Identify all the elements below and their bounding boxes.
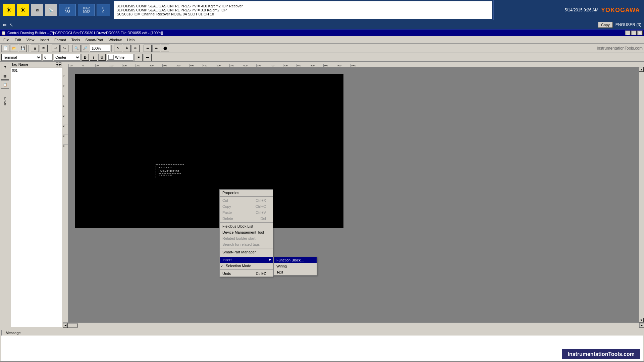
ctx-delete[interactable]: Delete Del <box>220 216 273 222</box>
canvas-element[interactable]: × × × × × × %%I11FI1101 × × × × × × <box>156 164 184 178</box>
redo-btn[interactable]: ↪ <box>60 45 68 52</box>
vtick-50: 5 <box>63 84 68 94</box>
color-extra-btn[interactable]: ▬ <box>144 54 152 61</box>
maximize-button[interactable]: □ <box>631 31 637 35</box>
color-picker[interactable]: White <box>107 54 133 61</box>
ctx-smart-part[interactable]: Smart-Part Manager <box>220 249 273 255</box>
ctx-fieldbus[interactable]: Fieldbus Block List <box>220 223 273 229</box>
menu-help[interactable]: Help <box>124 37 138 43</box>
ctx-sep5 <box>220 269 273 270</box>
menu-view[interactable]: View <box>24 37 37 43</box>
align-right-btn[interactable]: ➡ <box>152 45 160 52</box>
vtick-0: 0 <box>63 74 68 84</box>
sep4 <box>111 45 113 52</box>
scroll-track[interactable] <box>639 72 644 318</box>
color-bg-btn[interactable]: ■ <box>135 54 143 61</box>
instrumentation-tools-badge: InstrumentationTools.com <box>562 349 640 359</box>
zoom-out-btn[interactable]: 🔍 <box>72 45 80 52</box>
zoom-in-btn[interactable]: 🔎 <box>81 45 89 52</box>
undo-btn[interactable]: ↩ <box>52 45 60 52</box>
side-icon-2[interactable]: ▦ <box>1 72 9 80</box>
align-select[interactable]: Center <box>54 54 80 61</box>
format-bar: Terminal Center B I U White ■ ▬ <box>0 53 644 62</box>
menu-bar: File Edit View Insert Format Tools Smart… <box>0 36 644 44</box>
save-button[interactable]: 💾 <box>19 45 27 52</box>
ctx-search-tags[interactable]: Search for related tags <box>220 241 273 247</box>
preview-button[interactable]: 👁 <box>40 45 48 52</box>
draw-btn[interactable]: ✏ <box>131 45 140 52</box>
menu-tools[interactable]: Tools <box>69 37 83 43</box>
ctx-wiring[interactable]: Wiring <box>274 263 317 269</box>
ctx-function-block[interactable]: Function Block... <box>274 257 317 263</box>
ctx-cut[interactable]: Cut Ctrl+X <box>220 197 273 203</box>
arrow-left[interactable]: ◀ <box>56 62 58 66</box>
side-icon-1[interactable]: ⬆ <box>1 63 9 71</box>
vertical-scrollbar[interactable]: ▲ ▼ <box>639 67 644 322</box>
sun-icon2: ☀ <box>17 4 29 16</box>
scroll-down-btn[interactable]: ▼ <box>639 318 644 322</box>
print-button[interactable]: 🖨 <box>31 45 39 52</box>
tick-550: 550 <box>229 64 243 67</box>
new-button[interactable]: 📄 <box>1 45 9 52</box>
minimize-button[interactable]: _ <box>625 31 631 35</box>
tick-250: 250 <box>149 64 162 67</box>
side-icon-panel: ⬆ ▦ 📋 NAME <box>0 62 10 328</box>
text-btn[interactable]: A <box>123 45 131 52</box>
scroll-up-btn[interactable]: ▲ <box>639 67 644 72</box>
arrow-right[interactable]: ▶ <box>59 62 61 66</box>
right-actions: Copy ENGUSER (3) <box>598 22 641 28</box>
ctx-sep4 <box>220 256 273 256</box>
tick-150: 150 <box>122 64 136 67</box>
ctx-properties[interactable]: Properties <box>220 190 273 196</box>
menu-format[interactable]: Format <box>52 37 69 43</box>
tick-950: 950 <box>337 64 350 67</box>
bold-button[interactable]: B <box>82 54 89 61</box>
align-center-btn[interactable]: ⬤ <box>161 45 169 52</box>
stat-1: 938 938 <box>59 4 76 16</box>
ctx-insert[interactable]: Insert ▶ Function Block... Wiring Text <box>220 257 273 263</box>
copy-button[interactable]: Copy <box>598 22 613 28</box>
tick-500: 500 <box>216 64 229 67</box>
tick--50: -50 <box>68 64 82 67</box>
drawing-canvas[interactable]: × × × × × × %%I11FI1101 × × × × × × Prop… <box>75 74 343 228</box>
font-size-input[interactable] <box>43 54 53 61</box>
ctx-sep2 <box>220 222 273 223</box>
title-bar-controls[interactable]: _ □ ✕ <box>625 31 643 35</box>
underline-button[interactable]: U <box>98 54 106 61</box>
font-select[interactable]: Terminal <box>1 54 42 61</box>
menu-insert[interactable]: Insert <box>37 37 52 43</box>
ctx-selection-mode[interactable]: ✓ Selection Mode <box>220 263 273 269</box>
message-area: Message InstrumentationTools.com <box>0 328 644 361</box>
tick-600: 600 <box>243 64 256 67</box>
insert-submenu: Function Block... Wiring Text <box>273 257 317 276</box>
scroll-thumb[interactable] <box>68 323 78 327</box>
open-button[interactable]: 📂 <box>10 45 18 52</box>
close-button[interactable]: ✕ <box>637 31 643 35</box>
ctx-undo[interactable]: Undo Ctrl+Z <box>220 270 273 277</box>
menu-window[interactable]: Window <box>106 37 124 43</box>
ctx-related[interactable]: Related builder start <box>220 235 273 241</box>
ctx-delete-shortcut: Del <box>260 217 266 221</box>
canvas-scroll[interactable]: × × × × × × %%I11FI1101 × × × × × × Prop… <box>68 67 639 322</box>
scroll-left-btn[interactable]: ◀ <box>63 323 68 328</box>
tick-1000: 1000 <box>350 64 364 67</box>
ctx-paste[interactable]: Paste Ctrl+V <box>220 209 273 216</box>
select-btn[interactable]: ↖ <box>114 45 122 52</box>
zoom-input[interactable]: 100% <box>90 45 110 52</box>
horizontal-scrollbar[interactable]: ◀ ▶ <box>63 322 644 328</box>
ctx-copy[interactable]: Copy Ctrl+C <box>220 203 273 209</box>
menu-edit[interactable]: Edit <box>12 37 24 43</box>
tick-450: 450 <box>203 64 216 67</box>
ctx-text[interactable]: Text <box>274 269 317 275</box>
ctx-device-mgmt[interactable]: Device Management Tool <box>220 229 273 235</box>
menu-smartpart[interactable]: Smart-Part <box>83 37 106 43</box>
tag-name-header: Tag Name ◀ ▶ <box>10 62 63 67</box>
align-left-btn[interactable]: ⬅ <box>144 45 152 52</box>
italic-button[interactable]: I <box>90 54 97 61</box>
tick-50: 50 <box>95 64 109 67</box>
message-tab-btn[interactable]: Message <box>1 330 25 336</box>
scroll-right-btn[interactable]: ▶ <box>639 323 644 328</box>
menu-file[interactable]: File <box>1 37 12 43</box>
side-icon-3[interactable]: 📋 <box>1 80 9 88</box>
tick-200: 200 <box>136 64 149 67</box>
